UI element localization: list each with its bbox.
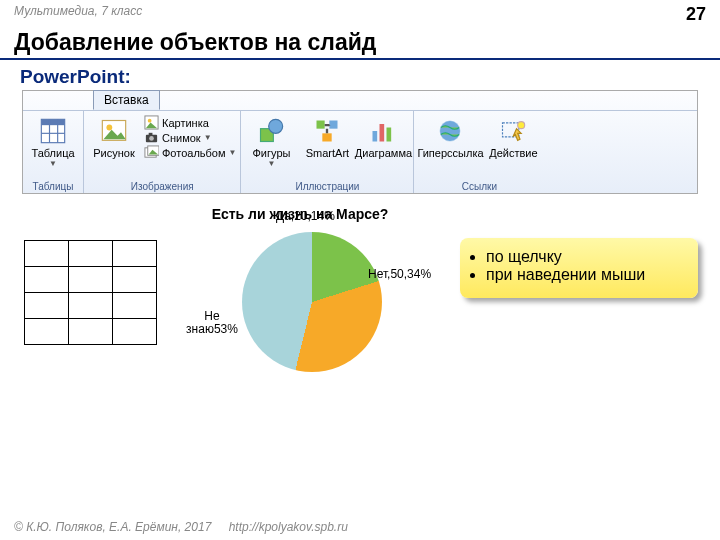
ribbon-group-images: Рисунок Картинка Снимок ▼ Фотоальбом ▼ И… — [84, 111, 241, 193]
svg-rect-11 — [149, 133, 153, 136]
shapes-icon — [257, 117, 285, 145]
action-button[interactable]: Действие — [486, 115, 540, 159]
smartart-icon — [313, 117, 341, 145]
page-title: Добавление объектов на слайд — [0, 29, 720, 60]
footer: © К.Ю. Поляков, Е.А. Ерёмин, 2017 http:/… — [14, 520, 348, 534]
footer-url: http://kpolyakov.spb.ru — [229, 520, 348, 534]
chart-icon — [369, 117, 397, 145]
subtitle: PowerPoint: — [0, 66, 720, 88]
svg-rect-17 — [330, 121, 338, 129]
ribbon-tab-insert[interactable]: Вставка — [93, 90, 160, 110]
callout-item: по щелчку — [486, 248, 686, 266]
pie-label-dontknow: Не знаю53% — [184, 310, 240, 336]
svg-rect-19 — [373, 131, 378, 142]
ribbon-group-tables: Таблица▼ Таблицы — [23, 111, 84, 193]
action-icon — [499, 117, 527, 145]
callout-item: при наведении мыши — [486, 266, 686, 284]
pie-label-no: Нет,50,34% — [368, 268, 418, 281]
ribbon-group-illustrations: Фигуры▼ SmartArt Диаграмма Иллюстрации — [241, 111, 414, 193]
svg-rect-21 — [387, 128, 392, 142]
ribbon-group-links: Гиперссылка Действие Ссылки — [414, 111, 544, 193]
picture-icon — [100, 117, 128, 145]
screenshot-button[interactable]: Снимок ▼ — [144, 130, 212, 145]
picture-button[interactable]: Рисунок — [88, 115, 140, 159]
svg-point-25 — [518, 122, 525, 129]
pie-graphic — [242, 232, 382, 372]
chart-button[interactable]: Диаграмма — [357, 115, 409, 159]
table-button[interactable]: Таблица▼ — [27, 115, 79, 168]
clipart-icon — [144, 115, 159, 130]
svg-rect-20 — [380, 124, 385, 142]
table-icon — [39, 117, 67, 145]
svg-point-6 — [106, 125, 112, 131]
sample-table — [24, 240, 157, 345]
pie-label-yes: Да,20,14% — [276, 210, 335, 223]
hyperlink-button[interactable]: Гиперссылка — [418, 115, 482, 159]
pie-chart: Да,20,14% Нет,50,34% Не знаю53% — [222, 232, 402, 372]
copyright: © К.Ю. Поляков, Е.А. Ерёмин, 2017 — [14, 520, 211, 534]
screenshot-icon — [144, 130, 159, 145]
svg-rect-16 — [317, 121, 325, 129]
globe-icon — [436, 117, 464, 145]
smartart-button[interactable]: SmartArt — [301, 115, 353, 159]
context-label: Мультимедиа, 7 класс — [14, 4, 142, 25]
clipart-button[interactable]: Картинка — [144, 115, 209, 130]
album-icon — [144, 145, 159, 160]
callout-box: по щелчку при наведении мыши — [460, 238, 698, 298]
svg-rect-1 — [41, 119, 64, 125]
svg-point-10 — [149, 136, 154, 141]
album-button[interactable]: Фотоальбом ▼ — [144, 145, 236, 160]
ribbon: Вставка Таблица▼ Таблицы Рисунок Картинк… — [22, 90, 698, 194]
svg-point-15 — [269, 119, 283, 133]
svg-point-8 — [148, 119, 152, 123]
page-number: 27 — [686, 4, 706, 25]
svg-rect-18 — [323, 133, 332, 141]
shapes-button[interactable]: Фигуры▼ — [245, 115, 297, 168]
